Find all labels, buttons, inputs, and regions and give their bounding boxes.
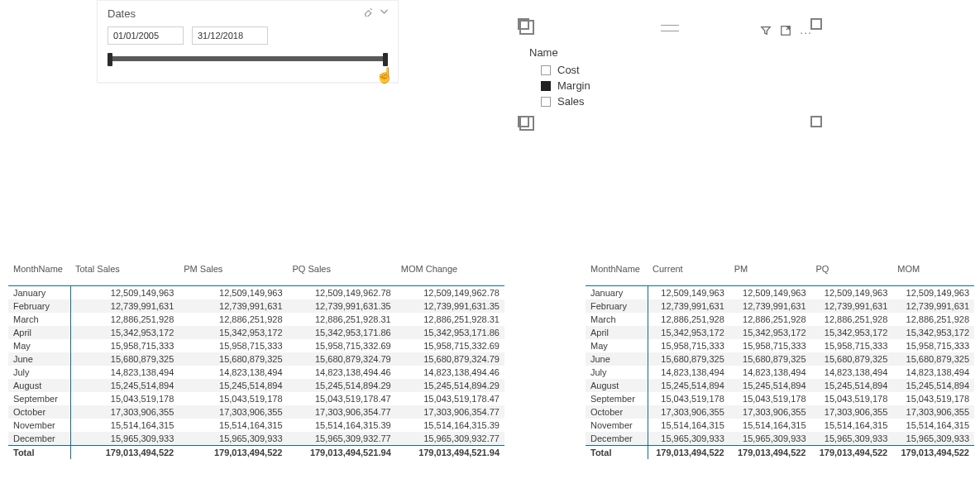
table-row[interactable]: April15,342,953,17215,342,953,17215,342,… [586,326,974,339]
month-cell: April [586,326,648,339]
table-row[interactable]: August15,245,514,89415,245,514,89415,245… [8,379,504,392]
value-cell: 15,245,514,894 [70,379,179,392]
sales-table-left: MonthNameTotal SalesPM SalesPQ SalesMOM … [8,261,504,459]
month-cell: November [586,419,648,432]
eraser-icon[interactable] [363,6,374,19]
value-cell: 12,739,991,631.35 [396,299,504,313]
drag-grip-icon[interactable] [661,25,679,31]
value-cell: 12,509,149,963 [70,286,179,300]
table-row[interactable]: June15,680,879,32515,680,879,32515,680,8… [8,352,504,366]
table-row[interactable]: July14,823,138,49414,823,138,49414,823,1… [586,366,974,379]
checkbox-icon[interactable] [541,97,551,107]
table-row[interactable]: December15,965,309,93315,965,309,93315,9… [8,432,504,446]
column-header[interactable]: MOM [892,261,974,286]
total-row: Total179,013,494,522179,013,494,522179,0… [8,446,504,460]
filter-icon[interactable] [760,25,772,39]
date-slider-handle-left[interactable] [108,53,112,66]
dates-slicer: Dates 01/01/2005 31/12/2018 [97,0,399,83]
name-slicer-title: Name [529,46,812,59]
table-row[interactable]: June15,680,879,32515,680,879,32515,680,8… [586,352,974,366]
sales-table-right: MonthNameCurrentPMPQMOM January12,509,14… [586,261,974,459]
checkbox-icon[interactable] [541,65,551,75]
value-cell: 15,958,715,333 [648,339,729,352]
total-value: 179,013,494,522 [70,446,179,460]
slicer-item-margin[interactable]: Margin [529,78,812,93]
table-row[interactable]: November15,514,164,31515,514,164,31515,5… [586,419,974,432]
more-options-icon[interactable]: ··· [800,28,812,36]
table-row[interactable]: September15,043,519,17815,043,519,17815,… [586,392,974,405]
table-row[interactable]: August15,245,514,89415,245,514,89415,245… [586,379,974,392]
column-header[interactable]: PQ [811,261,893,286]
value-cell: 15,965,309,933 [892,432,974,446]
value-cell: 15,514,164,315 [729,419,811,432]
value-cell: 14,823,138,494 [811,366,893,379]
value-cell: 14,823,138,494.46 [396,366,504,379]
name-slicer[interactable]: ··· Name Cost Margin Sales [519,20,820,126]
value-cell: 12,509,149,963 [179,286,287,300]
checkbox-icon[interactable] [541,81,551,91]
table-row[interactable]: January12,509,149,96312,509,149,96312,50… [8,286,504,300]
slicer-item-cost[interactable]: Cost [529,62,812,78]
column-header[interactable]: MonthName [8,261,70,286]
table-row[interactable]: April15,342,953,17215,342,953,17215,342,… [8,326,504,339]
table-row[interactable]: May15,958,715,33315,958,715,33315,958,71… [8,339,504,352]
date-to-input[interactable]: 31/12/2018 [192,26,268,45]
value-cell: 15,043,519,178 [70,392,179,405]
value-cell: 15,514,164,315.39 [288,419,396,432]
table-row[interactable]: February12,739,991,63112,739,991,63112,7… [586,299,974,313]
table-row[interactable]: March12,886,251,92812,886,251,92812,886,… [586,313,974,326]
table-row[interactable]: March12,886,251,92812,886,251,92812,886,… [8,313,504,326]
table-row[interactable]: February12,739,991,63112,739,991,63112,7… [8,299,504,313]
chevron-down-icon[interactable] [379,6,390,19]
value-cell: 15,965,309,933 [811,432,893,446]
slicer-item-sales[interactable]: Sales [529,93,812,109]
month-cell: October [8,405,70,419]
date-slider-track[interactable] [108,56,388,61]
table-row[interactable]: October17,303,906,35517,303,906,35517,30… [586,405,974,419]
date-slider-handle-right[interactable] [383,53,388,66]
value-cell: 15,514,164,315 [70,419,179,432]
value-cell: 12,886,251,928 [179,313,287,326]
value-cell: 15,965,309,933 [179,432,287,446]
month-cell: September [586,392,648,405]
total-value: 179,013,494,521.94 [288,446,396,460]
table-row[interactable]: December15,965,309,93315,965,309,93315,9… [586,432,974,446]
date-from-input[interactable]: 01/01/2005 [108,26,184,45]
column-header[interactable]: Total Sales [70,261,179,286]
month-cell: February [586,299,648,313]
value-cell: 12,886,251,928.31 [396,313,504,326]
value-cell: 15,342,953,172 [892,326,974,339]
dates-title: Dates [108,7,388,20]
column-header[interactable]: MonthName [586,261,648,286]
month-cell: August [8,379,70,392]
column-header[interactable]: Current [648,261,729,286]
value-cell: 12,886,251,928 [811,313,893,326]
value-cell: 17,303,906,355 [892,405,974,419]
value-cell: 14,823,138,494 [179,366,287,379]
column-header[interactable]: PQ Sales [288,261,396,286]
value-cell: 17,303,906,355 [648,405,729,419]
value-cell: 17,303,906,354.77 [288,405,396,419]
value-cell: 12,739,991,631 [892,299,974,313]
value-cell: 14,823,138,494 [729,366,811,379]
table-row[interactable]: November15,514,164,31515,514,164,31515,5… [8,419,504,432]
value-cell: 15,965,309,933 [70,432,179,446]
column-header[interactable]: MOM Change [396,261,504,286]
value-cell: 14,823,138,494.46 [288,366,396,379]
column-header[interactable]: PM Sales [179,261,287,286]
value-cell: 15,965,309,932.77 [396,432,504,446]
column-header[interactable]: PM [729,261,811,286]
table-row[interactable]: July14,823,138,49414,823,138,49414,823,1… [8,366,504,379]
month-cell: November [8,419,70,432]
value-cell: 15,680,879,325 [648,352,729,366]
table-row[interactable]: May15,958,715,33315,958,715,33315,958,71… [586,339,974,352]
table-row[interactable]: October17,303,906,35517,303,906,35517,30… [8,405,504,419]
table-row[interactable]: September15,043,519,17815,043,519,17815,… [8,392,504,405]
focus-mode-icon[interactable] [780,25,791,39]
table-row[interactable]: January12,509,149,96312,509,149,96312,50… [586,286,974,300]
value-cell: 15,958,715,333 [179,339,287,352]
value-cell: 12,739,991,631 [648,299,729,313]
value-cell: 15,245,514,894 [811,379,893,392]
value-cell: 12,509,149,963 [892,286,974,300]
value-cell: 12,509,149,962.78 [288,286,396,300]
